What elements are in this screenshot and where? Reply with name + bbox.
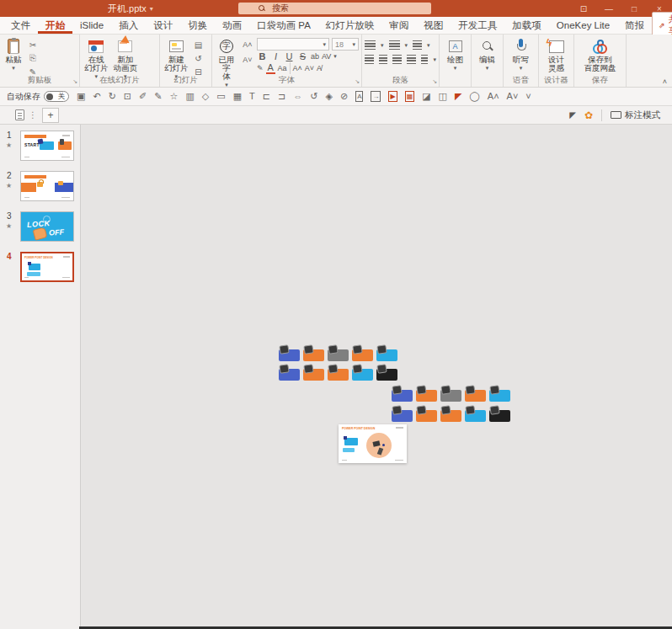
ribbon-tab[interactable]: 设计 [146, 17, 180, 34]
shape-banner[interactable] [352, 349, 373, 361]
shape-banner[interactable] [279, 369, 300, 381]
search-input[interactable]: 搜索 [238, 3, 431, 14]
shape-banner[interactable] [392, 390, 413, 402]
slide-thumbnail-1[interactable]: START [20, 131, 74, 161]
cut-icon[interactable]: ✂ [26, 39, 40, 51]
align-left-icon[interactable] [365, 55, 374, 64]
slide-item-2[interactable]: 2 ★ [0, 169, 80, 209]
copy-icon[interactable]: ⎘ [26, 52, 40, 64]
save-icon[interactable]: ▣ [77, 92, 85, 101]
shape-banner[interactable] [328, 349, 349, 361]
redo-icon[interactable]: ↻ [109, 92, 116, 101]
shape-banner[interactable] [392, 410, 413, 422]
circle-tool-icon[interactable]: ◯ [469, 92, 479, 101]
shape-banner[interactable] [376, 349, 397, 361]
font-name-select[interactable]: ▾ [257, 38, 329, 51]
bullets-icon[interactable] [365, 40, 376, 50]
font-color-button[interactable]: A [266, 62, 275, 74]
ribbon-tab[interactable]: 视图 [416, 17, 451, 34]
numbering-icon[interactable] [389, 40, 400, 50]
reset-slide-icon[interactable]: ↺ [192, 52, 205, 64]
document-title[interactable]: 开机.pptx ▾ [108, 0, 153, 17]
align-right-icon[interactable] [392, 55, 402, 64]
rotate-icon[interactable]: ↺ [310, 92, 317, 101]
text-frame-icon[interactable]: A [355, 91, 363, 102]
highlight-color-button[interactable]: ✎ [257, 64, 264, 72]
clipboard-dialog-launcher-icon[interactable]: ↘ [72, 78, 77, 85]
strikethrough-button[interactable]: S [297, 51, 308, 61]
font-increase-icon[interactable]: A˄ [488, 92, 499, 101]
autosave-toggle[interactable]: 自动保存 关 [7, 91, 69, 103]
shape-banner[interactable] [352, 369, 373, 381]
shape-banner[interactable] [440, 390, 461, 402]
shape-banner[interactable] [416, 390, 437, 402]
ribbon-display-options-button[interactable]: ⊡ [571, 0, 596, 17]
character-spacing-button[interactable]: AV [322, 52, 331, 61]
settings-gear-icon[interactable]: ✿ [584, 109, 593, 121]
columns-icon[interactable] [421, 55, 429, 64]
slide-item-1[interactable]: 1 ★ START [0, 129, 80, 168]
slide-thumbnail-3[interactable]: LOCK OFF [20, 211, 74, 242]
add-button[interactable]: + [42, 108, 59, 123]
paste-button[interactable]: 粘贴 ▾ [3, 37, 24, 77]
annotation-mode-button[interactable]: 标注模式 [611, 109, 660, 121]
align-right-icon[interactable]: ⊐ [278, 92, 285, 101]
collapse-ribbon-icon[interactable]: ˄ [663, 77, 667, 86]
mini-slide-card[interactable]: POWER POINT DESIGN [339, 424, 407, 463]
justify-icon[interactable] [407, 55, 416, 64]
favorite-icon[interactable]: ☆ [170, 92, 179, 101]
ribbon-tab[interactable]: 审阅 [381, 17, 416, 34]
pointer-tool-icon[interactable]: ◤ [569, 110, 576, 120]
shape-banner[interactable] [465, 390, 486, 402]
design-ideas-button[interactable]: 设计 灵感 [546, 37, 568, 77]
ribbon-tab[interactable]: 口袋动画 PA [249, 17, 318, 34]
font-decrease-icon[interactable]: A˅ [507, 92, 519, 101]
shape-banner[interactable] [440, 410, 461, 422]
shape-banner[interactable] [328, 369, 349, 381]
format-painter-icon[interactable]: ✐ [139, 92, 147, 101]
line-spacing-icon[interactable] [413, 40, 422, 50]
shape-banner[interactable] [489, 390, 510, 402]
font-dialog-launcher-icon[interactable]: ↘ [355, 78, 360, 85]
dictate-button[interactable]: 听写 ▾ [510, 37, 532, 77]
slide-grid-icon[interactable]: ▦ [405, 91, 415, 102]
ribbon-tab[interactable]: iSlide [72, 17, 111, 34]
slide-item-4[interactable]: 4 POWER POINT DESIGN [0, 250, 80, 290]
ribbon-tab[interactable]: 动画 [215, 17, 249, 34]
change-case-button[interactable]: Aa [278, 64, 287, 72]
maximize-button[interactable]: □ [621, 0, 647, 17]
ribbon-tab[interactable]: 开发工具 [451, 17, 504, 34]
slide-thumbnail-panel[interactable]: 1 ★ START 2 ★ [0, 125, 81, 629]
grow-font-button[interactable]: A˄ [293, 64, 302, 72]
align-left-icon[interactable]: ⊏ [263, 92, 270, 101]
ribbon-tab[interactable]: 切换 [180, 17, 215, 34]
slide-layout-icon[interactable]: ▤ [192, 39, 205, 51]
text-box-icon[interactable]: ▭ [216, 92, 225, 101]
duplicate-object-icon[interactable]: ◫ [439, 92, 447, 101]
italic-button[interactable]: I [270, 51, 281, 61]
shape-banner[interactable] [376, 369, 397, 381]
ribbon-tab[interactable]: OneKey Lite [549, 17, 617, 34]
shapes-icon[interactable]: ◇ [202, 92, 209, 101]
distribute-icon[interactable]: ⇔ [293, 92, 302, 101]
ribbon-tab[interactable]: 插入 [111, 17, 146, 34]
shrink-font-button[interactable]: A˅ [305, 64, 314, 72]
font-size-select[interactable]: 18 ▾ [332, 38, 359, 51]
undo-icon[interactable]: ↶ [93, 92, 100, 101]
shape-banner[interactable] [489, 410, 510, 422]
shape-banner[interactable] [465, 410, 486, 422]
animation-painter-icon[interactable]: ✎ [154, 92, 162, 101]
title-text-icon[interactable]: T [249, 92, 255, 101]
shape-banner[interactable] [303, 369, 324, 381]
shrink-font-icon[interactable]: A˅ [241, 54, 254, 66]
no-fill-icon[interactable]: ⊘ [340, 92, 348, 101]
drag-handle-icon[interactable]: ⋮ [29, 110, 38, 120]
copy-object-icon[interactable]: ◪ [422, 92, 430, 101]
grow-font-icon[interactable]: A˄ [241, 39, 254, 51]
chart-icon[interactable]: ▥ [185, 92, 194, 101]
shape-banner[interactable] [279, 349, 300, 361]
clear-formatting-button[interactable]: A̸ [317, 64, 322, 72]
start-slideshow-icon[interactable]: ⊡ [124, 92, 131, 101]
slide-thumbnail-4[interactable]: POWER POINT DESIGN [20, 252, 74, 282]
ribbon-tab[interactable]: 加载项 [504, 17, 549, 34]
